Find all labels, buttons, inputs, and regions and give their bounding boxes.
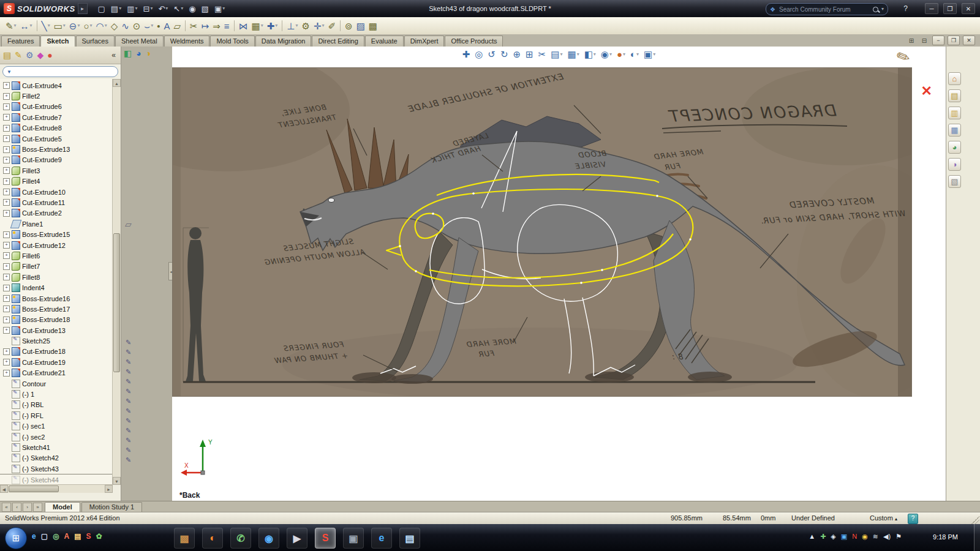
tree-item[interactable]: + Fillet4: [0, 176, 113, 187]
tab-data-migration[interactable]: Data Migration: [255, 36, 312, 47]
shaded-contours-icon[interactable]: ▩▾: [367, 19, 379, 32]
sketch-picture-icon[interactable]: ▨▾: [355, 19, 367, 32]
tree-item[interactable]: + Boss-Extrude13: [0, 144, 113, 154]
expand-icon[interactable]: +: [3, 263, 10, 270]
tree-item[interactable]: + Boss-Extrude17: [0, 304, 113, 314]
tray-volume-icon[interactable]: ◀): [883, 533, 891, 540]
point-icon[interactable]: •▾: [155, 19, 162, 32]
tree-item[interactable]: + (-) Sketch44: [0, 474, 113, 485]
sketch-icon[interactable]: ✎▾: [4, 19, 18, 32]
scroll-right-button[interactable]: ►: [105, 485, 113, 493]
taskbar-app-2[interactable]: ◐: [202, 528, 223, 549]
previous-view-icon[interactable]: ↺▾: [486, 49, 497, 59]
tree-item[interactable]: + Cut-Extrude5: [0, 133, 113, 144]
zoom-in-icon[interactable]: ⊕▾: [511, 49, 523, 59]
tree-item[interactable]: + Cut-Extrude21: [0, 368, 113, 378]
dropdown-arrow-icon[interactable]: ▾: [105, 23, 107, 28]
tree-item[interactable]: + Fillet8: [0, 272, 113, 282]
scroll-left-button[interactable]: ◀: [0, 485, 8, 493]
tree-item[interactable]: + Cut-Extrude2: [0, 208, 113, 219]
close-button[interactable]: ✕: [962, 3, 975, 14]
sketch-fillet-icon[interactable]: ⌣▾: [142, 19, 155, 32]
tree-horizontal-scrollbar[interactable]: ◀ ►: [0, 484, 113, 493]
tree-item[interactable]: + (-) Sketch43: [0, 463, 113, 474]
tray-icon-2[interactable]: ◈: [831, 533, 835, 540]
dropdown-arrow-icon[interactable]: ▾: [119, 6, 121, 11]
help-button[interactable]: ?: [903, 4, 908, 13]
tray-icon-4[interactable]: N: [852, 533, 857, 540]
tab-direct-editing[interactable]: Direct Editing: [312, 36, 364, 47]
dropdown-arrow-icon[interactable]: ▾: [636, 52, 639, 57]
confirm-corner-cancel-button[interactable]: ✕: [921, 83, 932, 99]
tree-item[interactable]: + Cut-Extrude13: [0, 325, 113, 335]
expand-icon[interactable]: +: [3, 125, 10, 132]
tree-item[interactable]: + (-) RFL: [0, 410, 113, 421]
display-settings-icon[interactable]: ◕: [136, 49, 141, 58]
dropdown-arrow-icon[interactable]: ▾: [594, 52, 596, 57]
section-view-icon[interactable]: ✂▾: [537, 49, 548, 59]
start-button[interactable]: ⊞: [5, 527, 27, 549]
tab-motion-study-1[interactable]: Motion Study 1: [81, 502, 142, 512]
taskbar-app-8[interactable]: e: [371, 528, 392, 549]
circle-icon[interactable]: ○▾: [81, 19, 94, 32]
expand-icon[interactable]: +: [3, 210, 10, 217]
tab-surfaces[interactable]: Surfaces: [76, 36, 115, 47]
scroll-down-button[interactable]: ▼: [113, 477, 121, 485]
straight-slot-icon[interactable]: ⊖▾: [67, 19, 82, 32]
dropdown-arrow-icon[interactable]: ▾: [322, 23, 324, 28]
expand-icon[interactable]: +: [3, 199, 10, 206]
trim-entities-icon[interactable]: ✂▾: [188, 19, 200, 32]
tab-model[interactable]: Model: [45, 502, 80, 512]
taskbar-app-5[interactable]: ▶: [287, 528, 307, 549]
dropdown-arrow-icon[interactable]: ▾: [295, 23, 298, 28]
tab-sheet-metal[interactable]: Sheet Metal: [115, 36, 164, 47]
quick-launch-writer-icon[interactable]: A: [64, 533, 70, 540]
expand-icon[interactable]: +: [3, 317, 10, 323]
toolbar-separator[interactable]: ▾: [282, 20, 282, 31]
expand-icon[interactable]: +: [3, 167, 10, 174]
dropdown-arrow-icon[interactable]: ▾: [165, 6, 168, 11]
expand-icon[interactable]: +: [3, 305, 10, 312]
design-library-icon[interactable]: ▤: [948, 89, 961, 102]
confirm-corner-sketch-button[interactable]: ✎: [894, 47, 914, 69]
tree-item[interactable]: + Cut-Extrude4: [0, 80, 113, 91]
plane-icon[interactable]: ▱▾: [172, 19, 183, 32]
corner-rectangle-icon[interactable]: ▭▾: [52, 19, 67, 32]
dropdown-arrow-icon[interactable]: ▾: [181, 6, 183, 11]
tree-vertical-scrollbar[interactable]: ▲ ▼: [112, 79, 121, 485]
tree-item[interactable]: + Cut-Extrude19: [0, 357, 113, 367]
file-explorer-icon[interactable]: ▥: [948, 107, 961, 119]
resize-grip[interactable]: [971, 516, 979, 524]
tree-item[interactable]: + Cut-Extrude10: [0, 187, 113, 197]
expand-icon[interactable]: +: [3, 178, 10, 185]
tree-item[interactable]: + Cut-Extrude6: [0, 102, 113, 112]
scroll-thumb[interactable]: [9, 485, 59, 492]
expand-icon[interactable]: +: [3, 242, 10, 249]
select-icon[interactable]: ↖▾: [172, 4, 185, 14]
appearance-ball-icon[interactable]: ◑: [146, 49, 151, 58]
brand-menu-arrow[interactable]: ▸: [78, 3, 88, 14]
repair-sketch-icon[interactable]: ⚙▾: [300, 19, 311, 32]
doc-tab-nav-button[interactable]: »: [33, 503, 42, 512]
record-macro-icon[interactable]: ◉▾: [187, 4, 197, 14]
dropdown-arrow-icon[interactable]: ▾: [90, 23, 92, 28]
spline-icon[interactable]: ∿▾: [119, 19, 131, 32]
tray-flag-icon[interactable]: ⚑: [895, 533, 902, 540]
ellipse-icon[interactable]: ⊙▾: [131, 19, 143, 32]
dropdown-arrow-icon[interactable]: ▾: [623, 52, 625, 57]
show-desktop-button[interactable]: [974, 524, 980, 551]
offset-entities-icon[interactable]: ≡▾: [222, 19, 232, 32]
dropdown-arrow-icon[interactable]: ▾: [48, 23, 50, 28]
expand-icon[interactable]: +: [3, 189, 10, 195]
task-pane-home-icon[interactable]: ⌂: [948, 72, 961, 85]
taskbar-app-9[interactable]: ▤: [399, 528, 420, 549]
quick-launch-folder-icon[interactable]: ▤: [74, 533, 81, 540]
selection-filter-icon[interactable]: ◧: [124, 49, 132, 58]
tab-features[interactable]: Features: [1, 36, 40, 47]
tree-item[interactable]: + Cut-Extrude8: [0, 123, 113, 133]
tree-item[interactable]: + Indent4: [0, 282, 113, 293]
split-pane-icon[interactable]: ⊞: [907, 36, 916, 45]
print-icon[interactable]: ⊟▾: [141, 4, 154, 14]
toolbar-separator[interactable]: ▾: [234, 20, 235, 31]
scroll-up-button[interactable]: ▲: [113, 79, 121, 87]
